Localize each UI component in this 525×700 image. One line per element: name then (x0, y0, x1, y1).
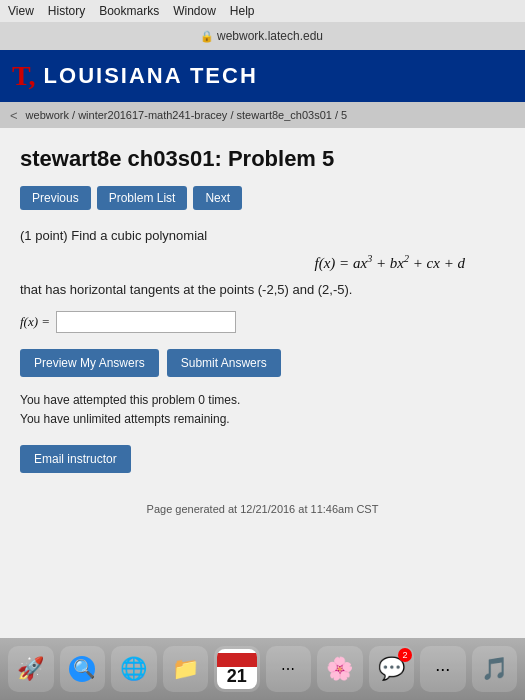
breadcrumb-path: webwork / winter201617-math241-bracey / … (26, 109, 348, 121)
logo-t: T, (12, 62, 36, 90)
problem-description: (1 point) Find a cubic polynomial (20, 228, 505, 243)
main-content: stewart8e ch03s01: Problem 5 Previous Pr… (0, 128, 525, 638)
menu-bookmarks[interactable]: Bookmarks (99, 4, 159, 18)
input-label: f(x) = (20, 314, 50, 330)
dock-dots[interactable]: ⋯ (266, 646, 312, 692)
attempt-line1: You have attempted this problem 0 times. (20, 391, 505, 410)
page-title: stewart8e ch03s01: Problem 5 (20, 146, 505, 172)
submit-button[interactable]: Submit Answers (167, 349, 281, 377)
formula-text: f(x) = ax3 + bx2 + cx + d (315, 255, 465, 271)
email-instructor-button[interactable]: Email instructor (20, 445, 131, 473)
dock-more[interactable]: ··· (420, 646, 466, 692)
university-header: T, LOUISIANA TECH (0, 50, 525, 102)
dock-music[interactable]: 🎵 (472, 646, 518, 692)
menu-history[interactable]: History (48, 4, 85, 18)
next-button[interactable]: Next (193, 186, 242, 210)
dock-photos[interactable]: 🌸 (317, 646, 363, 692)
breadcrumb-back-arrow[interactable]: < (10, 108, 18, 123)
nav-button-row: Previous Problem List Next (20, 186, 505, 210)
address-bar: 🔒 webwork.latech.edu (0, 22, 525, 50)
page-footer: Page generated at 12/21/2016 at 11:46am … (20, 503, 505, 515)
previous-button[interactable]: Previous (20, 186, 91, 210)
action-button-row: Preview My Answers Submit Answers (20, 349, 505, 377)
preview-button[interactable]: Preview My Answers (20, 349, 159, 377)
lock-icon: 🔒 (202, 30, 212, 42)
answer-input-row: f(x) = (20, 311, 505, 333)
browser-menu-bar: View History Bookmarks Window Help (0, 0, 525, 22)
attempt-info: You have attempted this problem 0 times.… (20, 391, 505, 429)
notification-badge: 2 (398, 648, 412, 662)
dock-calendar[interactable]: 21 (214, 646, 260, 692)
breadcrumb: < webwork / winter201617-math241-bracey … (0, 102, 525, 128)
dock-folder[interactable]: 📁 (163, 646, 209, 692)
address-text[interactable]: webwork.latech.edu (217, 29, 323, 43)
taskbar: 🚀 🔍 🌐 📁 21 ⋯ 🌸 💬 2 ··· 🎵 (0, 638, 525, 700)
menu-help[interactable]: Help (230, 4, 255, 18)
answer-input[interactable] (56, 311, 236, 333)
menu-window[interactable]: Window (173, 4, 216, 18)
dock-browser[interactable]: 🌐 (111, 646, 157, 692)
svg-text:🔍: 🔍 (73, 658, 96, 680)
dock-finder[interactable]: 🔍 (60, 646, 106, 692)
calendar-day: 21 (227, 667, 247, 685)
dock-badge-item[interactable]: 💬 2 (369, 646, 415, 692)
math-formula: f(x) = ax3 + bx2 + cx + d (20, 253, 465, 272)
problem-list-button[interactable]: Problem List (97, 186, 188, 210)
attempt-line2: You have unlimited attempts remaining. (20, 410, 505, 429)
dock-rocket[interactable]: 🚀 (8, 646, 54, 692)
calendar-month (217, 653, 257, 667)
tangent-text: that has horizontal tangents at the poin… (20, 282, 505, 297)
logo-text: LOUISIANA TECH (44, 63, 258, 89)
menu-view[interactable]: View (8, 4, 34, 18)
